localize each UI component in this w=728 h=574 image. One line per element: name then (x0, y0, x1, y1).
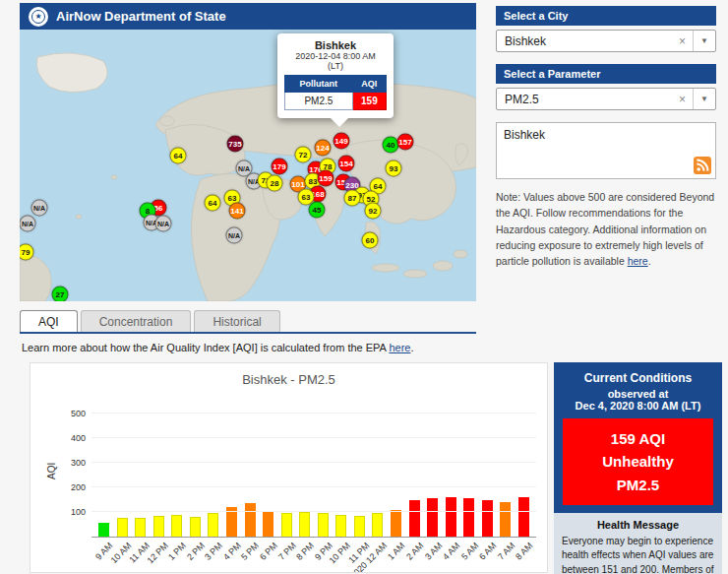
map-marker[interactable]: 60 (362, 232, 379, 249)
gridline (91, 437, 536, 438)
y-tick-label: 500 (71, 409, 91, 418)
x-tick-label: 3 AM (423, 541, 445, 562)
map-marker[interactable]: 64 (170, 148, 187, 164)
x-tick-label: 6 AM (477, 541, 499, 562)
map-marker[interactable]: 87 (344, 190, 361, 207)
city-clear-icon[interactable]: × (672, 34, 693, 48)
chart-bar-group: 10 PM (335, 515, 346, 538)
x-tick-label: 5 AM (459, 541, 481, 562)
map-marker[interactable]: 124 (315, 140, 332, 157)
map-marker[interactable]: N/A (155, 216, 172, 232)
current-aqi-category: Unhealthy (567, 450, 709, 473)
map-marker[interactable]: 154 (338, 156, 355, 172)
popup-col-pollutant: Pollutant (285, 76, 353, 93)
x-tick-label: 3 PM (204, 541, 225, 562)
chart-bar (299, 512, 310, 537)
popup-timezone: (LT) (284, 61, 387, 71)
chart-bar-group: 1 PM (171, 515, 182, 538)
map-marker[interactable]: 28 (267, 175, 283, 192)
gridline (91, 462, 536, 463)
chart-bar (281, 513, 292, 537)
parameter-select[interactable]: PM2.5 × ▼ (496, 88, 716, 110)
map-markers: 64735N/A17972124149401579317678154N/A722… (20, 30, 476, 301)
x-tick-label: 4 PM (221, 541, 243, 562)
gridline (91, 511, 536, 512)
learn-more-text: Learn more about how the Air Quality Ind… (22, 342, 413, 353)
tab-historical[interactable]: Historical (194, 310, 279, 332)
chart-bar (98, 523, 109, 537)
y-tick-label: 100 (71, 507, 91, 517)
rss-city-text: Bishkek (504, 128, 545, 142)
map-marker[interactable]: 93 (386, 160, 402, 177)
note-link[interactable]: here (628, 255, 648, 267)
map-marker[interactable]: 141 (229, 203, 246, 220)
gridline (91, 413, 536, 414)
parameter-clear-icon[interactable]: × (672, 93, 693, 106)
health-message-section: Health Message Everyone may begin to exp… (554, 513, 722, 574)
map-marker[interactable]: N/A (226, 227, 243, 244)
map-marker[interactable]: 27 (52, 287, 69, 302)
dos-seal-icon: ★ (29, 7, 48, 27)
x-tick-label: 1 PM (166, 541, 188, 562)
current-conditions-panel: Current Conditions observed at Dec 4, 20… (554, 362, 722, 573)
tab-aqi[interactable]: AQI (20, 310, 78, 332)
rss-icon[interactable] (694, 157, 711, 174)
map-marker[interactable]: N/A (31, 200, 48, 217)
select-city-header: Select a City (496, 6, 716, 26)
map-marker[interactable]: 64 (205, 195, 221, 212)
left-column: ★ AirNow Department of State (20, 3, 476, 301)
map-marker[interactable]: 92 (365, 203, 382, 220)
map-marker[interactable]: 179 (272, 159, 288, 175)
chart-bar-group: 9 AM (98, 523, 109, 537)
chart-bar (427, 498, 438, 537)
map-marker[interactable]: 72 (295, 147, 312, 163)
chart-bar (372, 513, 383, 537)
map-marker[interactable]: 79 (20, 244, 34, 261)
city-select[interactable]: Bishkek × ▼ (496, 30, 716, 52)
y-tick-label: 200 (71, 482, 91, 492)
app-title: AirNow Department of State (56, 9, 226, 24)
chart-bar (335, 515, 346, 538)
x-tick-label: 5 PM (240, 541, 262, 562)
chart-bar (190, 517, 201, 538)
map-popup: Bishkek 2020-12-04 8:00 AM (LT) Pollutan… (277, 33, 394, 118)
chart-bar-group: 4 AM (446, 497, 456, 537)
aqi-world-map[interactable]: 64735N/A17972124149401579317678154N/A722… (20, 30, 476, 301)
popup-aqi-value: 159 (352, 93, 386, 110)
sidebar: Select a City Bishkek × ▼ Select a Param… (496, 6, 716, 269)
x-tick-label: 10 AM (109, 541, 134, 565)
map-marker[interactable]: 735 (227, 136, 244, 153)
chart-bar-group: 11 AM (135, 518, 146, 538)
current-conditions-title: Current Conditions (554, 371, 722, 385)
app-header: ★ AirNow Department of State (20, 3, 476, 30)
chart-bar-group: 6 PM (263, 511, 273, 537)
observed-at-label: observed at (554, 388, 722, 400)
learn-more-prefix: Learn more about how the Air Quality Ind… (22, 342, 389, 353)
chart-bar-group: 8 PM (299, 512, 310, 537)
tab-concentration[interactable]: Concentration (81, 310, 192, 332)
popup-table: Pollutant AQI PM2.5 159 (284, 75, 387, 110)
chart-bar-group: 3 AM (427, 498, 438, 537)
map-marker[interactable]: 159 (318, 170, 334, 187)
parameter-dropdown-icon[interactable]: ▼ (693, 89, 715, 109)
chart-bar (208, 513, 218, 537)
chart-bar (409, 500, 420, 538)
learn-more-link[interactable]: here (389, 342, 410, 353)
chart-bar (518, 497, 529, 537)
chart-bar (446, 497, 456, 537)
x-tick-label: 2 PM (185, 541, 207, 562)
chart-bar-group: 11 PM (354, 516, 365, 537)
map-marker[interactable]: N/A (20, 216, 36, 232)
chart-bar-group: 2 PM (190, 517, 201, 538)
chart-bar-group: 7 AM (500, 502, 511, 537)
note-suffix: . (648, 255, 651, 267)
chart-plot: 9 AM10 AM11 AM12 PM1 PM2 PM3 PM4 PM5 PM6… (91, 405, 536, 538)
map-marker[interactable]: 157 (397, 134, 414, 151)
city-dropdown-icon[interactable]: ▼ (693, 31, 715, 51)
chart-bar (354, 516, 365, 537)
y-axis-label: AQI (46, 463, 57, 479)
chart-bar-group: 10 AM (117, 518, 128, 537)
popup-pollutant-value: PM2.5 (285, 93, 353, 110)
chart-bar-group: 1 AM (391, 510, 401, 538)
map-marker[interactable]: 45 (309, 202, 326, 219)
